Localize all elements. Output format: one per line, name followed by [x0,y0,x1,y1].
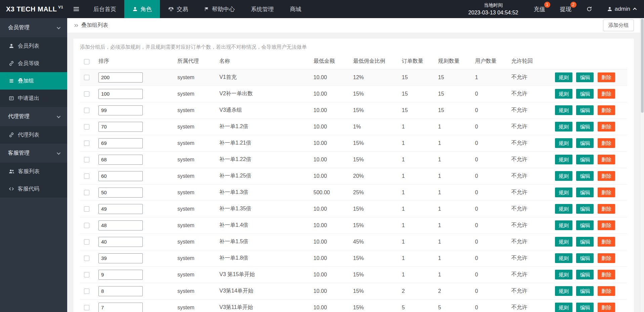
edit-button[interactable]: 编辑 [576,270,594,279]
edit-button[interactable]: 编辑 [576,188,594,197]
sort-input[interactable] [98,72,143,83]
rule-button[interactable]: 规则 [555,270,572,279]
rule-button[interactable]: 规则 [555,220,572,230]
row-checkbox[interactable] [84,124,89,129]
delete-button[interactable]: 删除 [598,286,615,296]
rule-button[interactable]: 规则 [555,155,572,164]
row-checkbox[interactable] [84,190,89,195]
row-checkbox[interactable] [84,223,89,228]
sidebar-item-stack-group[interactable]: 叠加组 [0,72,67,90]
rule-button[interactable]: 规则 [555,105,572,115]
row-checkbox[interactable] [84,305,89,310]
row-checkbox[interactable] [84,272,89,277]
edit-button[interactable]: 编辑 [576,105,594,115]
delete-button[interactable]: 删除 [598,188,615,197]
delete-button[interactable]: 删除 [598,155,615,164]
delete-button[interactable]: 删除 [598,270,615,279]
row-checkbox[interactable] [84,75,89,80]
sort-input[interactable] [98,89,143,99]
sidebar-group-agent-mgmt[interactable]: 代理管理 [0,107,67,126]
delete-button[interactable]: 删除 [598,253,615,263]
edit-button[interactable]: 编辑 [576,204,594,214]
rule-button[interactable]: 规则 [555,138,572,148]
delete-button[interactable]: 删除 [598,138,615,148]
nav-item-help[interactable]: 帮助中心 [196,0,243,18]
edit-button[interactable]: 编辑 [576,237,594,247]
rule-button[interactable]: 规则 [555,253,572,263]
rule-button[interactable]: 规则 [555,286,572,296]
sort-input[interactable] [98,253,143,263]
scrollbar[interactable] [640,18,644,312]
rule-button[interactable]: 规则 [555,303,572,312]
rule-button[interactable]: 规则 [555,237,572,247]
delete-button[interactable]: 删除 [598,237,615,247]
sort-input[interactable] [98,105,143,115]
edit-button[interactable]: 编辑 [576,171,594,181]
sort-input[interactable] [98,220,143,230]
nav-item-mall[interactable]: 商城 [282,0,309,18]
delete-button[interactable]: 删除 [598,303,615,312]
recharge-button[interactable]: 充值 1 [526,0,553,18]
edit-button[interactable]: 编辑 [576,303,594,312]
row-checkbox[interactable] [84,256,89,261]
row-checkbox[interactable] [84,157,89,162]
edit-button[interactable]: 编辑 [576,253,594,263]
sidebar-group-member-mgmt[interactable]: 会员管理 [0,18,67,37]
delete-button[interactable]: 删除 [598,220,615,230]
sort-input[interactable] [98,303,143,312]
row-checkbox[interactable] [84,108,89,113]
sort-input[interactable] [98,171,143,181]
rule-button[interactable]: 规则 [555,171,572,181]
sidebar-item-apply-exit[interactable]: 申请退出 [0,90,67,107]
sort-input[interactable] [98,286,143,296]
row-checkbox[interactable] [84,206,89,212]
row-checkbox[interactable] [84,289,89,294]
edit-button[interactable]: 编辑 [576,220,594,230]
nav-item-trade[interactable]: 交易 [160,0,196,18]
rule-button[interactable]: 规则 [555,204,572,214]
delete-button[interactable]: 删除 [598,89,615,99]
menu-toggle-button[interactable] [67,0,85,18]
sort-input[interactable] [98,138,143,148]
edit-button[interactable]: 编辑 [576,89,594,99]
row-checkbox[interactable] [84,91,89,97]
select-all-checkbox[interactable] [84,59,89,64]
delete-button[interactable]: 删除 [598,105,615,115]
edit-button[interactable]: 编辑 [576,122,594,132]
withdraw-button[interactable]: 提现 2 [553,0,579,18]
sidebar-item-service-code[interactable]: 客服代码 [0,180,67,198]
refresh-button[interactable] [579,0,600,18]
delete-button[interactable]: 删除 [598,204,615,214]
rule-button[interactable]: 规则 [555,89,572,99]
edit-button[interactable]: 编辑 [576,138,594,148]
edit-button[interactable]: 编辑 [576,155,594,164]
delete-button[interactable]: 删除 [598,122,615,132]
edit-button[interactable]: 编辑 [576,72,594,82]
sort-input[interactable] [98,122,143,132]
row-checkbox[interactable] [84,173,89,179]
rule-button[interactable]: 规则 [555,122,572,132]
user-menu[interactable]: admin [600,0,644,18]
rule-button[interactable]: 规则 [555,188,572,197]
sidebar-item-agent-list[interactable]: 代理列表 [0,126,67,144]
delete-button[interactable]: 删除 [598,72,615,82]
add-group-button[interactable]: 添加分组 [603,19,634,31]
sort-input[interactable] [98,155,143,165]
edit-button[interactable]: 编辑 [576,286,594,296]
sort-input[interactable] [98,270,143,280]
sort-input[interactable] [98,204,143,214]
row-checkbox[interactable] [84,141,89,146]
nav-item-roles[interactable]: 角色 [124,0,160,18]
sidebar-item-member-level[interactable]: 会员等级 [0,55,67,72]
sort-input[interactable] [98,188,143,198]
sidebar-group-service-mgmt[interactable]: 客服管理 [0,144,67,163]
nav-item-system[interactable]: 系统管理 [243,0,282,18]
sort-input[interactable] [98,237,143,247]
rule-button[interactable]: 规则 [555,72,572,82]
delete-button[interactable]: 删除 [598,171,615,181]
row-checkbox[interactable] [84,239,89,245]
nav-item-dashboard[interactable]: 后台首页 [85,0,124,18]
sidebar-item-member-list[interactable]: 会员列表 [0,37,67,55]
sidebar-item-service-list[interactable]: 客服列表 [0,163,67,180]
scrollbar-thumb[interactable] [641,19,644,113]
